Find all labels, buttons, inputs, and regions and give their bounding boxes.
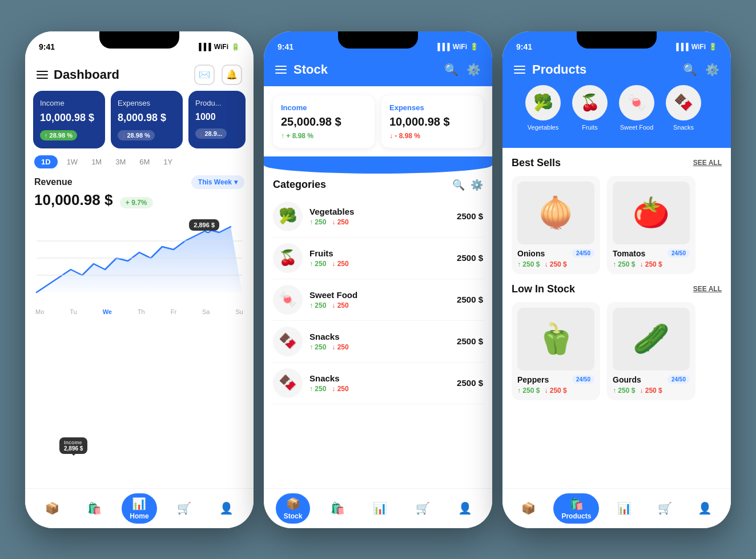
nav-profile-stock[interactable]: 👤 <box>450 498 480 518</box>
chevron-down-icon: ▾ <box>234 178 238 186</box>
nav-profile-icon[interactable]: 👤 <box>211 498 242 518</box>
prod-cat-sweet[interactable]: 🍬 Sweet Food <box>617 85 657 131</box>
veg-up: ↑ 250 <box>309 218 326 226</box>
signal-icon: ▐▐▐ <box>196 43 211 51</box>
bell-button[interactable]: 🔔 <box>222 65 242 85</box>
products-nav-label: Products <box>561 512 591 520</box>
nav-home-button[interactable]: 📊 Home <box>122 493 156 524</box>
sweet-down: ↓ 250 <box>332 301 348 309</box>
snacks1-price: 2500 $ <box>457 336 483 346</box>
nav-bag-stock[interactable]: 🛍️ <box>323 498 353 518</box>
nav-profile-products[interactable]: 👤 <box>690 498 720 518</box>
categories-header: Categories 🔍 ⚙️ <box>264 173 492 196</box>
list-item[interactable]: 🍫 Snacks ↑ 250 ↓ 250 2500 $ <box>271 363 485 404</box>
tab-3m[interactable]: 3M <box>111 155 130 168</box>
search-icon-cat[interactable]: 🔍 <box>452 179 465 191</box>
filter-button-stock[interactable]: ⚙️ <box>467 63 481 77</box>
chart-tooltip-top: 2,896 $ <box>189 219 219 231</box>
gourds-img: 🥒 <box>613 308 690 371</box>
bottom-nav-2: 📦 Stock 🛍️ 📊 🛒 👤 <box>264 488 492 528</box>
cart-icon: 🛒 <box>177 501 191 515</box>
income-value: 10,000.98 $ <box>40 112 98 124</box>
stock-menu-icon[interactable] <box>275 66 287 74</box>
list-item[interactable]: 🥦 Vegetables ↑ 250 ↓ 250 2500 $ <box>271 196 485 238</box>
nav-cart-icon[interactable]: 🛒 <box>169 498 199 518</box>
gourds-name-row: Gourds 24/50 <box>613 375 690 384</box>
see-all-low[interactable]: SEE ALL <box>693 285 722 293</box>
cart-icon-3: 🛒 <box>658 501 672 515</box>
phone-stock: 9:41 ▐▐▐ WiFi 🔋 Stock 🔍 ⚙️ <box>264 31 492 528</box>
tab-1d[interactable]: 1D <box>34 155 58 168</box>
filter-icon-cat[interactable]: ⚙️ <box>471 179 483 191</box>
nav-box-products[interactable]: 📦 <box>513 498 544 518</box>
notch <box>99 31 179 49</box>
stock-expenses-value: 10,000.98 $ <box>389 115 475 128</box>
income-card: Income 10,000.98 $ ↑ 28.98 % <box>33 91 105 148</box>
menu-icon[interactable] <box>37 71 48 79</box>
onions-up: ↑ 250 $ <box>517 260 540 268</box>
stock-header-actions: 🔍 ⚙️ <box>444 63 481 77</box>
prod-cat-snacks-label: Snacks <box>673 124 694 131</box>
search-button-stock[interactable]: 🔍 <box>444 63 459 77</box>
category-list: 🥦 Vegetables ↑ 250 ↓ 250 2500 $ 🍒 Fruits… <box>264 196 492 488</box>
nav-cart-stock[interactable]: 🛒 <box>408 498 438 518</box>
onions-name: Onions <box>517 249 545 258</box>
snacks2-stats: ↑ 250 ↓ 250 <box>309 385 450 393</box>
products-title: Products <box>532 62 586 77</box>
nav-stock-button[interactable]: 📦 Stock <box>276 493 311 524</box>
expenses-card: Expenses 8,000.98 $ ↓ 28.98 % <box>111 91 183 148</box>
list-item[interactable]: 🍒 Fruits ↑ 250 ↓ 250 2500 $ <box>271 238 485 279</box>
sweet-name: Sweet Food <box>309 290 450 300</box>
nav-bag-icon[interactable]: 🛍️ <box>79 498 110 518</box>
products-nav-icon: 🛍️ <box>569 497 584 510</box>
sweet-up: ↑ 250 <box>309 301 326 309</box>
mail-button[interactable]: ✉️ <box>194 65 215 85</box>
product-gourds[interactable]: 🥒 Gourds 24/50 ↑ 250 $ ↓ 250 $ <box>607 302 695 400</box>
expenses-value: 8,000.98 $ <box>118 112 176 124</box>
search-button-products[interactable]: 🔍 <box>683 63 697 77</box>
tab-1m[interactable]: 1M <box>87 155 106 168</box>
nav-chart-stock[interactable]: 📊 <box>365 498 395 518</box>
prod-cat-snacks[interactable]: 🍫 Snacks <box>663 85 703 131</box>
revenue-amount: 10,000.98 $ <box>34 191 112 208</box>
bottom-nav-1: 📦 🛍️ 📊 Home 🛒 👤 <box>25 488 254 528</box>
home-label: Home <box>130 512 148 520</box>
fruits-price: 2500 $ <box>457 253 483 263</box>
nav-cart-products[interactable]: 🛒 <box>650 498 680 518</box>
nav-products-button[interactable]: 🛍️ Products <box>553 493 599 524</box>
chart-tooltip-bottom: Income 2,896 $ <box>59 437 87 454</box>
products-title-group: Products <box>514 62 586 77</box>
product-categories-row: 🥦 Vegetables 🍒 Fruits 🍬 Sweet Food 🍫 Sna… <box>514 77 719 139</box>
profile-icon-3: 👤 <box>698 501 712 515</box>
peppers-prices: ↑ 250 $ ↓ 250 $ <box>517 387 594 395</box>
filter-button-products[interactable]: ⚙️ <box>705 63 719 77</box>
product-onions[interactable]: 🧅 Onions 24/50 ↑ 250 $ ↓ 250 $ <box>512 176 600 274</box>
products-label: Produ... <box>195 99 239 107</box>
list-item[interactable]: 🍫 Snacks ↑ 250 ↓ 250 2500 $ <box>271 321 485 363</box>
battery-icon-3: 🔋 <box>709 43 717 51</box>
this-week-button[interactable]: This Week ▾ <box>191 175 244 189</box>
peppers-up: ↑ 250 $ <box>517 387 540 395</box>
categories-actions: 🔍 ⚙️ <box>452 179 483 191</box>
product-peppers[interactable]: 🫑 Peppers 24/50 ↑ 250 $ ↓ 250 $ <box>512 302 600 400</box>
stock-income-pct: ↑ + 8.98 % <box>281 132 367 140</box>
products-header-row: Products 🔍 ⚙️ <box>514 62 719 77</box>
products-card: Produ... 1000 ↓ 28.9... <box>188 91 246 148</box>
nav-box-icon[interactable]: 📦 <box>37 498 67 518</box>
snacks2-down: ↓ 250 <box>332 385 348 393</box>
list-item[interactable]: 🍬 Sweet Food ↑ 250 ↓ 250 2500 $ <box>271 279 485 321</box>
products-menu-icon[interactable] <box>514 66 525 74</box>
tab-1y[interactable]: 1Y <box>159 155 177 168</box>
nav-chart-products[interactable]: 📊 <box>609 498 640 518</box>
product-tomatos[interactable]: 🍅 Tomatos 24/50 ↑ 250 $ ↓ 250 $ <box>607 176 695 274</box>
prod-cat-vegetables[interactable]: 🥦 Vegetables <box>523 85 563 131</box>
status-icons-2: ▐▐▐ WiFi 🔋 <box>435 43 478 51</box>
tab-6m[interactable]: 6M <box>135 155 154 168</box>
onions-img: 🧅 <box>517 182 594 244</box>
wifi-icon-2: WiFi <box>453 43 467 51</box>
see-all-best[interactable]: SEE ALL <box>693 159 722 167</box>
low-stock-header: Low In Stock SEE ALL <box>512 283 722 295</box>
prod-cat-sweet-img: 🍬 <box>619 85 654 120</box>
tab-1w[interactable]: 1W <box>62 155 83 168</box>
prod-cat-fruits[interactable]: 🍒 Fruits <box>570 85 610 131</box>
